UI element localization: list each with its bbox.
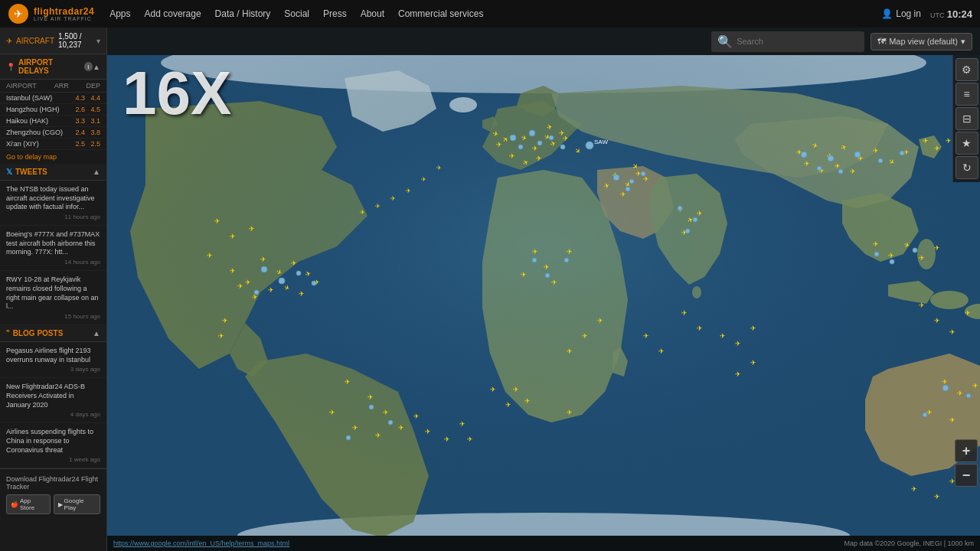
map-view-button[interactable]: 🗺 Map view (default) ▾ <box>871 33 972 51</box>
layers-button[interactable]: ≡ <box>956 83 978 106</box>
terms-link[interactable]: https://www.google.com/intl/en_US/help/t… <box>113 540 289 547</box>
svg-point-153 <box>817 166 822 171</box>
svg-text:✈: ✈ <box>360 209 365 216</box>
svg-text:✈: ✈ <box>643 175 649 183</box>
airport-name: Istanbul (SAW) <box>6 94 70 102</box>
zoom-in-button[interactable]: + <box>955 439 978 462</box>
dropdown-chevron-icon: ▾ <box>961 37 965 47</box>
svg-text:✈: ✈ <box>268 286 274 294</box>
logo-icon: ✈ <box>8 3 29 24</box>
svg-text:✈: ✈ <box>222 317 228 324</box>
refresh-button[interactable]: ↻ <box>956 156 978 179</box>
nav-link-about[interactable]: About <box>361 8 384 19</box>
svg-point-156 <box>279 278 285 284</box>
filter-button[interactable]: ⊟ <box>956 107 978 130</box>
list-item[interactable]: The NTSB today issued an aircraft accide… <box>0 181 106 226</box>
svg-point-164 <box>346 435 351 440</box>
svg-text:✈: ✈ <box>911 485 917 493</box>
svg-point-150 <box>854 152 861 158</box>
table-row[interactable]: Haikou (HAK) 3.3 3.1 <box>0 116 106 127</box>
nav-link-commercial-services[interactable]: Commercial services <box>398 8 483 19</box>
nav-link-apps[interactable]: Apps <box>109 8 130 19</box>
svg-text:✈: ✈ <box>681 309 688 317</box>
tweet-text: Boeing's #777X and #737MAX test aircraft… <box>6 230 100 257</box>
svg-text:✈: ✈ <box>230 267 236 275</box>
svg-point-173 <box>545 273 550 278</box>
svg-point-137 <box>518 145 523 149</box>
svg-text:✈: ✈ <box>375 203 381 210</box>
logo[interactable]: ✈ flightradar24 LIVE AIR TRAFFIC <box>8 3 94 24</box>
search-box[interactable]: 🔍 <box>711 31 864 52</box>
svg-point-135 <box>510 135 516 141</box>
list-item[interactable]: Boeing's #777X and #737MAX test aircraft… <box>0 226 106 271</box>
svg-text:✈: ✈ <box>965 309 971 317</box>
dep-delay: 3.1 <box>85 117 100 125</box>
search-input[interactable] <box>737 37 858 46</box>
svg-point-159 <box>254 290 259 295</box>
table-row[interactable]: Xi'an (XIY) 2.5 2.5 <box>0 139 106 150</box>
tweets-collapse-icon: ▲ <box>93 168 100 176</box>
svg-point-141 <box>613 174 619 181</box>
tweet-time: 11 hours ago <box>6 214 100 220</box>
map-container[interactable]: 🔍 🗺 Map view (default) ▾ 16X <box>107 28 980 551</box>
zoom-out-button[interactable]: − <box>955 464 978 487</box>
list-item[interactable]: RWY 10-28 at Reykjavik remains closed fo… <box>0 271 106 325</box>
svg-text:✈: ✈ <box>490 386 496 393</box>
svg-point-161 <box>966 393 971 398</box>
pin-icon: 📍 <box>6 63 15 71</box>
logo-brand: flightradar24 <box>34 7 94 16</box>
nav-link-add-coverage[interactable]: Add coverage <box>145 8 201 19</box>
svg-point-151 <box>878 158 883 163</box>
aircraft-count: 1,500 / 10,237 <box>58 32 93 49</box>
svg-text:✈: ✈ <box>697 324 703 332</box>
blog-time: 1 week ago <box>6 456 100 463</box>
google-play-button[interactable]: ▶ Google Play <box>54 494 100 514</box>
svg-text:✈: ✈ <box>873 240 879 248</box>
tweets-header[interactable]: 𝕏 TWEETS ▲ <box>0 164 106 181</box>
tweet-text: RWY 10-28 at Reykjavik remains closed fo… <box>6 276 100 311</box>
dep-delay: 4.5 <box>85 106 100 113</box>
svg-point-170 <box>890 259 894 264</box>
svg-text:✈: ✈ <box>505 401 511 409</box>
nav-link-press[interactable]: Press <box>323 8 347 19</box>
chevron-down-icon: ▾ <box>96 37 100 45</box>
svg-point-166 <box>388 420 393 425</box>
airport-delays-header[interactable]: 📍 AIRPORT DELAYS i ▲ <box>0 54 106 80</box>
login-button[interactable]: 👤 Log in <box>881 8 921 19</box>
world-map[interactable]: ✈ ✈ ✈ ✈ ✈ ✈ ✈ ✈ ✈ ✈ ✈ ✈ ✈ ✈ ✈ ✈ ✈ ✈ ✈ <box>107 55 980 536</box>
download-title: Download Flightradar24 Flight Tracker <box>6 475 100 491</box>
settings-button[interactable]: ⚙ <box>956 58 978 81</box>
aircraft-bar[interactable]: ✈ AIRCRAFT 1,500 / 10,237 ▾ <box>0 28 106 54</box>
arr-delay: 2.6 <box>70 106 85 113</box>
tweet-items-container: The NTSB today issued an aircraft accide… <box>0 181 106 325</box>
airport-name: Hangzhou (HGH) <box>6 106 70 113</box>
svg-text:✈: ✈ <box>459 420 466 428</box>
svg-text:✈: ✈ <box>972 382 978 390</box>
svg-text:✈: ✈ <box>551 279 557 286</box>
table-row[interactable]: Istanbul (SAW) 4.3 4.4 <box>0 93 106 104</box>
svg-text:✈: ✈ <box>804 160 810 168</box>
svg-text:✈: ✈ <box>444 435 450 443</box>
list-item[interactable]: Pegasus Airlines flight 2193 overruns ru… <box>0 342 106 378</box>
blog-posts-header[interactable]: " BLOG POSTS ▲ <box>0 325 106 342</box>
list-item[interactable]: Airlines suspending flights to China in … <box>0 423 106 468</box>
svg-text:✈: ✈ <box>421 176 426 183</box>
list-item[interactable]: New Flightradar24 ADS-B Receivers Activa… <box>0 378 106 423</box>
delay-map-link[interactable]: Go to delay map <box>0 150 106 164</box>
arr-delay: 4.3 <box>70 94 85 102</box>
table-row[interactable]: Hangzhou (HGH) 2.6 4.5 <box>0 104 106 116</box>
nav-link-data--history[interactable]: Data / History <box>215 8 271 19</box>
aircraft-label: AIRCRAFT <box>16 37 54 45</box>
svg-text:✈: ✈ <box>835 162 841 170</box>
svg-point-163 <box>923 412 927 417</box>
favorites-button[interactable]: ★ <box>956 132 978 155</box>
app-store-button[interactable]: 🍎 App Store <box>6 494 51 514</box>
arr-delay: 2.4 <box>70 129 85 136</box>
svg-point-152 <box>900 151 904 155</box>
apple-icon: 🍎 <box>11 501 18 508</box>
play-icon: ▶ <box>58 501 63 508</box>
nav-link-social[interactable]: Social <box>284 8 309 19</box>
svg-text:✈: ✈ <box>345 378 351 386</box>
svg-point-143 <box>641 171 645 176</box>
table-row[interactable]: Zhengzhou (CGO) 2.4 3.8 <box>0 127 106 139</box>
